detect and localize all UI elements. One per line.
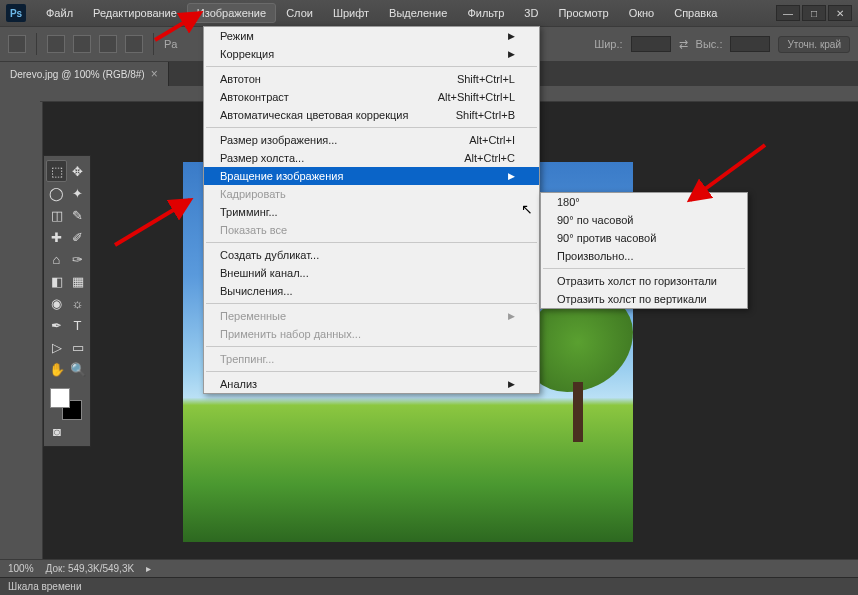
pen-tool[interactable]: ✒ xyxy=(46,314,67,336)
menu-item[interactable]: Режим▶ xyxy=(204,27,539,45)
titlebar: Ps Файл Редактирование Изображение Слои … xyxy=(0,0,858,26)
lasso-tool[interactable]: ◯ xyxy=(46,182,67,204)
menu-item-label: Автоматическая цветовая коррекция xyxy=(220,109,408,121)
menu-item-label: Тримминг... xyxy=(220,206,278,218)
menu-select[interactable]: Выделение xyxy=(379,3,457,23)
statusbar: 100% Док: 549,3K/549,3K ▸ xyxy=(0,559,858,577)
menu-shortcut: Alt+Shift+Ctrl+L xyxy=(408,91,515,103)
timeline-panel[interactable]: Шкала времени xyxy=(0,577,858,595)
submenu-arrow-icon: ▶ xyxy=(478,31,515,41)
menu-item[interactable]: Коррекция▶ xyxy=(204,45,539,63)
menu-item-label: Автотон xyxy=(220,73,261,85)
menu-item[interactable]: Внешний канал... xyxy=(204,264,539,282)
zoom-tool[interactable]: 🔍 xyxy=(67,358,88,380)
menu-item[interactable]: Автоматическая цветовая коррекцияShift+C… xyxy=(204,106,539,124)
menu-item[interactable]: Отразить холст по горизонтали xyxy=(541,272,747,290)
blur-tool[interactable]: ◉ xyxy=(46,292,67,314)
brush-tool[interactable]: ✐ xyxy=(67,226,88,248)
foreground-color-swatch[interactable] xyxy=(50,388,70,408)
tab-close-icon[interactable]: × xyxy=(151,67,158,81)
doc-info[interactable]: Док: 549,3K/549,3K xyxy=(46,563,135,574)
menu-item-label: Треппинг... xyxy=(220,353,274,365)
menu-item: Применить набор данных... xyxy=(204,325,539,343)
sel-mode-int-icon[interactable] xyxy=(125,35,143,53)
tool-preset-icon[interactable] xyxy=(8,35,26,53)
menu-separator xyxy=(206,66,537,67)
height-field[interactable] xyxy=(730,36,770,52)
eraser-tool[interactable]: ◧ xyxy=(46,270,67,292)
menu-item[interactable]: Размер холста...Alt+Ctrl+C xyxy=(204,149,539,167)
menu-item-label: Размер изображения... xyxy=(220,134,337,146)
menu-item[interactable]: Тримминг... xyxy=(204,203,539,221)
gradient-tool[interactable]: ▦ xyxy=(67,270,88,292)
quickmask-tool[interactable]: ◙ xyxy=(46,420,68,442)
menu-item-label: Применить набор данных... xyxy=(220,328,361,340)
crop-tool[interactable]: ◫ xyxy=(46,204,67,226)
shape-tool[interactable]: ▭ xyxy=(67,336,88,358)
menu-item[interactable]: 90° против часовой xyxy=(541,229,747,247)
menu-shortcut: Shift+Ctrl+B xyxy=(426,109,515,121)
tools-panel: ⬚✥ ◯✦ ◫✎ ✚✐ ⌂✑ ◧▦ ◉☼ ✒T ▷▭ ✋🔍 ◙ xyxy=(43,155,91,447)
menu-item[interactable]: Произвольно... xyxy=(541,247,747,265)
sel-mode-sub-icon[interactable] xyxy=(99,35,117,53)
minimize-button[interactable]: — xyxy=(776,5,800,21)
timeline-label: Шкала времени xyxy=(8,581,81,592)
tab-title: Derevo.jpg @ 100% (RGB/8#) xyxy=(10,69,145,80)
svg-line-2 xyxy=(690,145,765,200)
menu-shortcut: Shift+Ctrl+L xyxy=(427,73,515,85)
menu-item[interactable]: Вращение изображения▶ xyxy=(204,167,539,185)
sel-mode-add-icon[interactable] xyxy=(73,35,91,53)
menu-item-label: Переменные xyxy=(220,310,286,322)
menu-item-label: Автоконтраст xyxy=(220,91,289,103)
menu-file[interactable]: Файл xyxy=(36,3,83,23)
hand-tool[interactable]: ✋ xyxy=(46,358,67,380)
menu-item[interactable]: Размер изображения...Alt+Ctrl+I xyxy=(204,131,539,149)
menu-item[interactable]: Вычисления... xyxy=(204,282,539,300)
menu-item[interactable]: Отразить холст по вертикали xyxy=(541,290,747,308)
maximize-button[interactable]: □ xyxy=(802,5,826,21)
type-tool[interactable]: T xyxy=(67,314,88,336)
menu-3d[interactable]: 3D xyxy=(514,3,548,23)
menu-separator xyxy=(206,242,537,243)
ruler-vertical[interactable] xyxy=(27,102,43,559)
menu-item[interactable]: 90° по часовой xyxy=(541,211,747,229)
sel-mode-new-icon[interactable] xyxy=(47,35,65,53)
move-tool[interactable]: ✥ xyxy=(67,160,88,182)
zoom-level[interactable]: 100% xyxy=(8,563,34,574)
menu-type[interactable]: Шрифт xyxy=(323,3,379,23)
menu-item-label: Режим xyxy=(220,30,254,42)
history-tool[interactable]: ✑ xyxy=(67,248,88,270)
menu-item-label: Произвольно... xyxy=(557,250,633,262)
menu-item[interactable]: Анализ▶ xyxy=(204,375,539,393)
path-tool[interactable]: ▷ xyxy=(46,336,67,358)
wand-tool[interactable]: ✦ xyxy=(67,182,88,204)
menu-item[interactable]: Создать дубликат... xyxy=(204,246,539,264)
window-controls: — □ ✕ xyxy=(776,5,852,21)
app-logo-icon: Ps xyxy=(6,4,26,22)
menu-view[interactable]: Просмотр xyxy=(548,3,618,23)
refine-edge-button[interactable]: Уточн. край xyxy=(778,36,850,53)
marquee-tool[interactable]: ⬚ xyxy=(46,160,67,182)
color-swatches xyxy=(46,386,88,420)
menu-filter[interactable]: Фильтр xyxy=(457,3,514,23)
menu-separator xyxy=(206,371,537,372)
menu-item[interactable]: АвтотонShift+Ctrl+L xyxy=(204,70,539,88)
menu-item-label: Анализ xyxy=(220,378,257,390)
menu-window[interactable]: Окно xyxy=(619,3,665,23)
menu-item: Показать все xyxy=(204,221,539,239)
close-button[interactable]: ✕ xyxy=(828,5,852,21)
swap-icon[interactable]: ⇄ xyxy=(679,38,688,51)
eyedropper-tool[interactable]: ✎ xyxy=(67,204,88,226)
width-field[interactable] xyxy=(631,36,671,52)
menu-item[interactable]: АвтоконтрастAlt+Shift+Ctrl+L xyxy=(204,88,539,106)
status-arrow-icon[interactable]: ▸ xyxy=(146,563,151,574)
menu-item-label: Вычисления... xyxy=(220,285,293,297)
menu-item-label: Отразить холст по горизонтали xyxy=(557,275,717,287)
document-tab[interactable]: Derevo.jpg @ 100% (RGB/8#) × xyxy=(0,62,169,86)
menu-item-label: Создать дубликат... xyxy=(220,249,319,261)
dodge-tool[interactable]: ☼ xyxy=(67,292,88,314)
heal-tool[interactable]: ✚ xyxy=(46,226,67,248)
menu-help[interactable]: Справка xyxy=(664,3,727,23)
stamp-tool[interactable]: ⌂ xyxy=(46,248,67,270)
menu-layers[interactable]: Слои xyxy=(276,3,323,23)
